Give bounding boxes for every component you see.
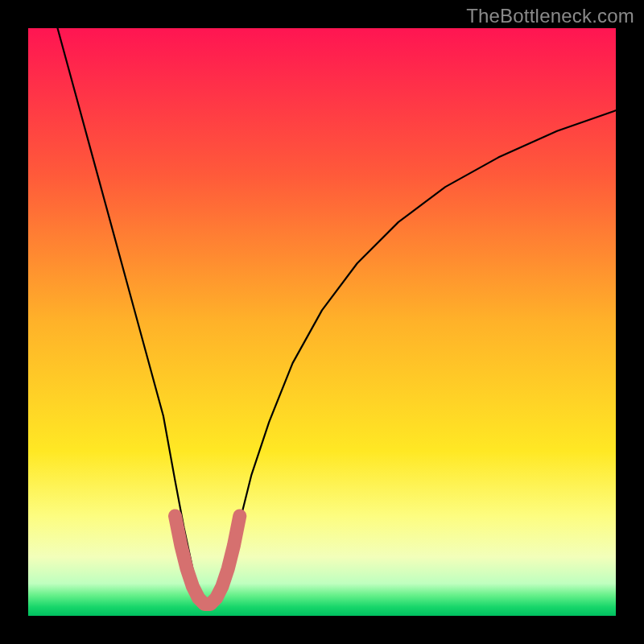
- chart-frame: TheBottleneck.com: [0, 0, 644, 644]
- watermark-text: TheBottleneck.com: [466, 5, 634, 27]
- bottleneck-curve: [58, 28, 617, 607]
- plot-area: [28, 28, 616, 616]
- curve-layer: [28, 28, 616, 616]
